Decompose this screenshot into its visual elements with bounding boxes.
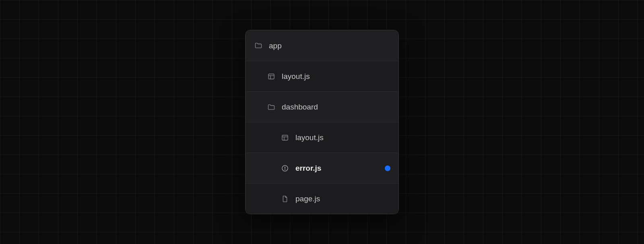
error-icon	[281, 164, 289, 172]
status-dot	[385, 165, 390, 171]
tree-row-label: app	[269, 42, 282, 50]
tree-row-app[interactable]: app	[246, 30, 398, 61]
folder-icon	[254, 41, 262, 50]
layout-icon	[281, 134, 289, 142]
tree-row-layout[interactable]: layout.js	[246, 61, 398, 91]
tree-row-page[interactable]: page.js	[246, 183, 398, 214]
tree-row-label: layout.js	[295, 134, 324, 141]
tree-row-label: page.js	[295, 195, 320, 203]
file-tree-panel: app layout.js dashboard layout.js error.…	[245, 30, 399, 214]
tree-row-label: error.js	[295, 164, 321, 172]
tree-row-layout-nested[interactable]: layout.js	[246, 122, 398, 153]
tree-row-label: dashboard	[282, 103, 318, 111]
tree-row-label: layout.js	[282, 72, 310, 80]
folder-icon	[267, 103, 275, 111]
page-icon	[281, 195, 289, 203]
tree-row-error[interactable]: error.js	[246, 153, 398, 183]
layout-icon	[267, 72, 275, 81]
tree-row-dashboard[interactable]: dashboard	[246, 91, 398, 122]
